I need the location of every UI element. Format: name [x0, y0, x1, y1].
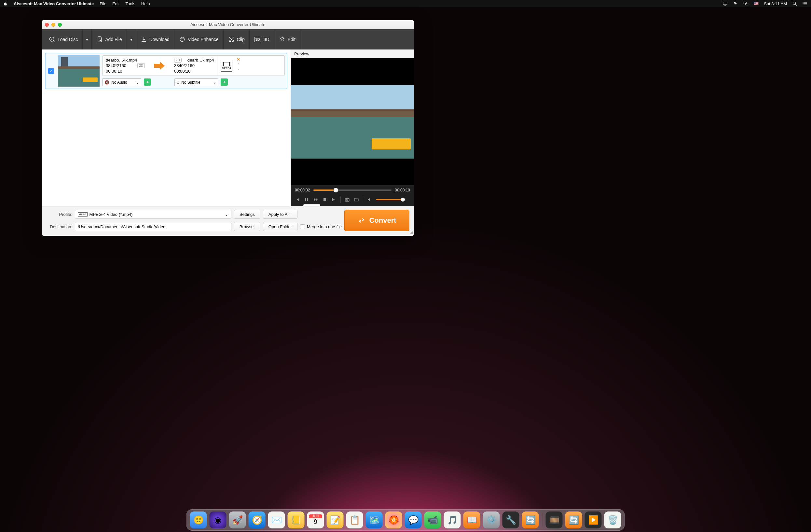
dock-quicktime-icon[interactable]: ▶️ [585, 512, 602, 528]
dock-reminders-icon[interactable]: 📋 [346, 512, 363, 528]
dock-trash-icon[interactable]: 🗑️ [605, 512, 621, 528]
apple-logo-icon[interactable] [3, 1, 8, 6]
video-enhance-button[interactable]: Video Enhance [174, 29, 224, 49]
clip-button[interactable]: Clip [224, 29, 250, 49]
svg-point-11 [802, 4, 803, 5]
volume-slider[interactable] [376, 199, 405, 200]
browse-button[interactable]: Browse [234, 222, 260, 231]
window-title: Aiseesoft Mac Video Converter Ultimate [42, 22, 414, 27]
preview-seek-slider[interactable] [313, 189, 392, 191]
dock-notes-icon[interactable]: 📝 [327, 512, 344, 528]
status-flag-icon[interactable]: 🇺🇸 [754, 1, 759, 6]
subtitle-dropdown[interactable]: T No Subtitle ⌄ [174, 78, 218, 86]
browse-label: Browse [240, 224, 254, 229]
dock-maps-icon[interactable]: 🗺️ [366, 512, 383, 528]
settings-button[interactable]: Settings [234, 210, 260, 219]
resize-grip-icon[interactable]: ◢ [410, 230, 413, 234]
file-item[interactable]: ✓ dearbo…4k.mp4 3840*2160 2D 00:00:10 [45, 53, 287, 89]
destination-label: Destination: [46, 224, 72, 229]
open-folder-button[interactable]: Open Folder [263, 222, 297, 231]
dock-calendar-icon[interactable]: JUN9 [307, 512, 324, 528]
profile-value: MPEG-4 Video (*.mp4) [90, 212, 133, 217]
dock-facetime-icon[interactable]: 📹 [424, 512, 441, 528]
snapshot-button[interactable] [345, 197, 350, 202]
dock-app1-icon[interactable]: 🔧 [503, 512, 519, 528]
audio-track-dropdown[interactable]: 🔇 No Audio ⌄ [102, 78, 141, 86]
dock: 🙂 ◉ 🚀 🧭 ✉️ 📒 JUN9 📝 📋 🗺️ 🏵️ 💬 📹 🎵 📖 ⚙️ 🔧… [186, 509, 625, 531]
dock-app3-icon[interactable]: 🔄 [565, 512, 582, 528]
dock-ibooks-icon[interactable]: 📖 [463, 512, 480, 528]
profile-dropdown[interactable]: MPEG MPEG-4 Video (*.mp4) ⌄ [75, 210, 231, 219]
dock-app2-icon[interactable]: 🎞️ [546, 512, 563, 528]
notification-center-icon[interactable] [802, 1, 808, 6]
svg-rect-21 [223, 62, 224, 66]
dock-preferences-icon[interactable]: ⚙️ [483, 512, 500, 528]
menubar-item-file[interactable]: File [100, 1, 106, 6]
volume-icon[interactable] [367, 197, 372, 202]
svg-point-16 [183, 38, 184, 39]
output-format-button[interactable]: MPEG4 [217, 56, 235, 76]
source-resolution: 3840*2160 [106, 63, 126, 68]
format-label: MPEG4 [222, 67, 231, 70]
svg-line-5 [795, 4, 797, 5]
file-item-checkbox[interactable]: ✓ [48, 68, 54, 74]
dock-siri-icon[interactable]: ◉ [210, 512, 227, 528]
dock-aiseesoft-icon[interactable]: 🔄 [522, 512, 539, 528]
status-screens-icon[interactable] [743, 1, 749, 6]
menubar-clock[interactable]: Sat 8:11 AM [764, 1, 787, 6]
video-enhance-label: Video Enhance [188, 37, 219, 42]
download-button[interactable]: Download [136, 29, 174, 49]
dock-messages-icon[interactable]: 💬 [405, 512, 422, 528]
target-meta: 2Ddearb…k.mp4 3840*2160 00:00:10 [171, 56, 217, 76]
add-file-button[interactable]: Add File [92, 29, 127, 49]
snapshot-folder-button[interactable] [354, 197, 359, 202]
status-cursor-icon[interactable] [733, 1, 738, 6]
target-resolution: 3840*2160 [174, 63, 195, 68]
pause-button[interactable] [304, 197, 309, 202]
load-disc-dropdown[interactable]: ▾ [83, 29, 92, 49]
add-audio-button[interactable]: ＋ [144, 78, 151, 86]
svg-point-27 [347, 199, 348, 201]
file-thumbnail[interactable] [58, 55, 100, 87]
menubar-item-tools[interactable]: Tools [125, 1, 135, 6]
prev-frame-button[interactable] [295, 197, 300, 202]
dock-photos-icon[interactable]: 🏵️ [385, 512, 402, 528]
target-duration: 00:00:10 [174, 69, 191, 74]
fast-forward-button[interactable] [313, 197, 318, 202]
add-file-dropdown[interactable]: ▾ [127, 29, 136, 49]
collapse-icon[interactable]: ⌄ [237, 67, 240, 70]
dock-safari-icon[interactable]: 🧭 [249, 512, 265, 528]
status-display-icon[interactable] [722, 1, 728, 6]
destination-field[interactable]: /Users/dmx/Documents/Aiseesoft Studio/Vi… [75, 222, 231, 231]
dock-finder-icon[interactable]: 🙂 [190, 512, 207, 528]
source-mode-badge: 2D [137, 63, 145, 68]
svg-point-9 [802, 2, 803, 3]
svg-rect-0 [723, 2, 727, 4]
apply-to-all-button[interactable]: Apply to All [263, 210, 297, 219]
convert-button[interactable]: Convert [344, 210, 409, 231]
menubar-app-name[interactable]: Aiseesoft Mac Video Converter Ultimate [14, 1, 94, 6]
apply-all-label: Apply to All [269, 212, 289, 217]
remove-file-icon[interactable]: ✕ [236, 57, 240, 62]
dock-contacts-icon[interactable]: 📒 [288, 512, 305, 528]
add-subtitle-button[interactable]: ＋ [221, 78, 228, 86]
menubar-item-edit[interactable]: Edit [112, 1, 120, 6]
dock-launchpad-icon[interactable]: 🚀 [229, 512, 246, 528]
dock-mail-icon[interactable]: ✉️ [268, 512, 285, 528]
edit-button[interactable]: Edit [274, 29, 301, 49]
destination-value: /Users/dmx/Documents/Aiseesoft Studio/Vi… [78, 224, 165, 229]
expand-icon[interactable]: ⌃ [237, 62, 240, 66]
load-disc-button[interactable]: Load Disc [44, 29, 83, 49]
source-duration: 00:00:10 [106, 69, 122, 74]
merge-checkbox[interactable] [300, 224, 305, 229]
open-folder-label: Open Folder [269, 224, 292, 229]
preview-canvas[interactable] [291, 58, 414, 185]
titlebar[interactable]: Aiseesoft Mac Video Converter Ultimate [42, 20, 414, 29]
dock-itunes-icon[interactable]: 🎵 [444, 512, 461, 528]
three-d-button[interactable]: 3D 3D [250, 29, 274, 49]
next-frame-button[interactable] [331, 197, 337, 202]
menubar-item-help[interactable]: Help [141, 1, 150, 6]
svg-point-17 [182, 40, 183, 41]
spotlight-search-icon[interactable] [792, 1, 797, 6]
stop-button[interactable] [322, 197, 327, 202]
